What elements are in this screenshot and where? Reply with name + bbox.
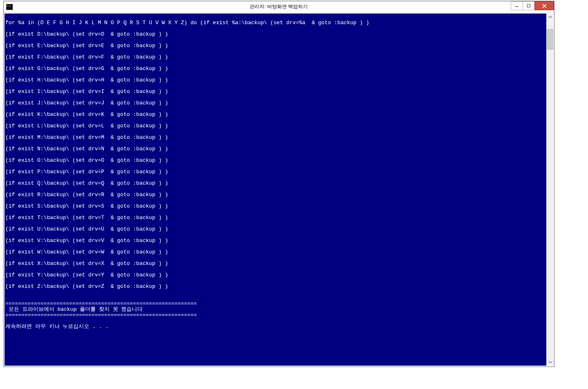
console-line — [5, 295, 545, 301]
console-line: (if exist N:\backup\ (set drv=N & goto :… — [5, 146, 545, 152]
console-line — [5, 255, 545, 261]
console-line: (if exist O:\backup\ (set drv=O & goto :… — [5, 158, 545, 163]
console-line — [5, 129, 545, 135]
console-output[interactable]: for %a in (D E F G H I J K L M N O P Q R… — [5, 14, 546, 366]
console-line: ========================================… — [5, 301, 545, 307]
console-line: (if exist E:\backup\ (set drv=E & goto :… — [5, 43, 545, 49]
console-line — [5, 163, 545, 169]
console-line — [5, 186, 545, 192]
console-line: (if exist U:\backup\ (set drv=U & goto :… — [5, 226, 545, 232]
console-line — [5, 14, 545, 20]
svg-rect-1 — [527, 5, 530, 7]
console-line — [5, 289, 545, 295]
console-line — [5, 318, 545, 324]
scroll-thumb[interactable] — [547, 29, 553, 50]
console-line — [5, 60, 545, 66]
close-button[interactable] — [534, 1, 554, 10]
console-line — [5, 278, 545, 284]
console-line — [5, 37, 545, 43]
console-line — [5, 244, 545, 249]
console-line: 계속하려면 아무 키나 누르십시오 . . . — [5, 324, 545, 330]
vertical-scrollbar[interactable] — [546, 14, 553, 366]
console-line — [5, 106, 545, 112]
titlebar[interactable]: 관리자: 바탕화면 백업하기 — [4, 1, 554, 13]
client-area: for %a in (D E F G H I J K L M N O P Q R… — [4, 13, 554, 366]
console-line — [5, 26, 545, 32]
console-line: (if exist G:\backup\ (set drv=G & goto :… — [5, 66, 545, 72]
console-line: (if exist H:\backup\ (set drv=H & goto :… — [5, 77, 545, 83]
close-icon — [542, 4, 547, 8]
chevron-up-icon — [549, 16, 552, 18]
console-line: (if exist I:\backup\ (set drv=I & goto :… — [5, 89, 545, 95]
cmd-icon — [6, 4, 13, 10]
scroll-up-button[interactable] — [547, 14, 554, 20]
console-line: (if exist P:\backup\ (set drv=P & goto :… — [5, 169, 545, 175]
console-line — [5, 49, 545, 54]
console-line: for %a in (D E F G H I J K L M N O P Q R… — [5, 20, 545, 26]
console-line: ========================================… — [5, 312, 545, 318]
console-line: (if exist L:\backup\ (set drv=L & goto :… — [5, 123, 545, 129]
console-line: (if exist W:\backup\ (set drv=W & goto :… — [5, 249, 545, 255]
console-line: (if exist V:\backup\ (set drv=V & goto :… — [5, 238, 545, 244]
console-line — [5, 140, 545, 146]
console-line — [5, 83, 545, 89]
window-title: 관리자: 바탕화면 백업하기 — [250, 3, 308, 10]
console-line: (if exist J:\backup\ (set drv=J & goto :… — [5, 100, 545, 106]
console-line — [5, 232, 545, 238]
minimize-icon — [515, 4, 519, 8]
chevron-down-icon — [549, 361, 552, 363]
console-line: (if exist D:\backup\ (set drv=D & goto :… — [5, 32, 545, 37]
console-line: 모든 드라이브에서 backup 폴더를 찾지 못 했습니다 — [5, 307, 545, 312]
console-line: (if exist Y:\backup\ (set drv=Y & goto :… — [5, 272, 545, 278]
console-line: (if exist S:\backup\ (set drv=S & goto :… — [5, 204, 545, 209]
console-line: (if exist T:\backup\ (set drv=T & goto :… — [5, 215, 545, 221]
console-line: (if exist M:\backup\ (set drv=M & goto :… — [5, 135, 545, 140]
console-line — [5, 221, 545, 226]
console-line — [5, 267, 545, 272]
maximize-icon — [527, 4, 531, 8]
console-line — [5, 118, 545, 123]
console-line: (if exist K:\backup\ (set drv=K & goto :… — [5, 112, 545, 118]
scroll-down-button[interactable] — [547, 359, 554, 366]
console-line: (if exist X:\backup\ (set drv=X & goto :… — [5, 261, 545, 267]
console-line — [5, 152, 545, 158]
console-line — [5, 72, 545, 77]
window-controls — [511, 1, 554, 10]
console-line: (if exist F:\backup\ (set drv=F & goto :… — [5, 54, 545, 60]
console-line: (if exist Z:\backup\ (set drv=Z & goto :… — [5, 284, 545, 289]
console-line — [5, 198, 545, 204]
console-line: (if exist Q:\backup\ (set drv=Q & goto :… — [5, 181, 545, 186]
command-prompt-window: 관리자: 바탕화면 백업하기 for %a in (D E F G H I J … — [3, 1, 554, 367]
maximize-button[interactable] — [523, 1, 535, 10]
console-line: (if exist R:\backup\ (set drv=R & goto :… — [5, 192, 545, 198]
minimize-button[interactable] — [511, 1, 523, 10]
console-line — [5, 95, 545, 100]
console-line — [5, 175, 545, 181]
console-line — [5, 209, 545, 215]
